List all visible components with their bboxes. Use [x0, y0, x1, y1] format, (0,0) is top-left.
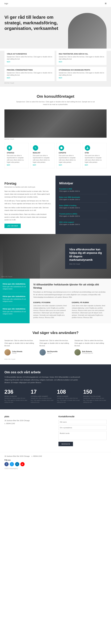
card-2-link[interactable]: MER	[7, 77, 52, 79]
card-2-body: Sample text. Click to select the text bo…	[7, 72, 52, 76]
tjanster-left-item-1: Klicka igen eller dubbelklicka Klicka ig…	[3, 296, 27, 305]
big-photo-caption: Bilder från Freepik	[1, 276, 12, 278]
om-card-3-link[interactable]: MER	[85, 164, 104, 166]
milstolpar-title: Milstolpar	[59, 182, 107, 185]
om-cards-grid: STRATEGI Duis aute irure dolor in repreh…	[4, 143, 107, 168]
card-2-title: PRISVÄRD, FÖRMÅNSPRISÄTTNING	[7, 69, 52, 71]
om-card-3-icon	[85, 145, 90, 150]
milestone-0-text: Click again or double click to	[59, 190, 107, 192]
contact-address: 18 Jackson Blvd Ste 1019 Chicago	[4, 419, 53, 422]
card-3-link[interactable]: MER	[59, 77, 104, 79]
hero-title: Vi ger råd till ledare om strategi, mark…	[4, 14, 65, 31]
milestone-1-text: Click again or double click to	[59, 198, 107, 200]
vad-sager-title: Vad säger våra användare?	[4, 331, 107, 335]
tjanster-left-2-body: Klicka igen eller dubbelklicka för att r…	[3, 310, 27, 315]
om-card-2-body: Duis aute irure dolor in reprehenderit i…	[59, 154, 78, 163]
om-card-0-link[interactable]: MER	[7, 164, 26, 166]
overlay-title: Våra affärskonsulter kan hjälpa dig att …	[69, 248, 103, 262]
contact-section: plats 18 Jackson Blvd Ste 1019 Chicago c…	[0, 410, 111, 452]
om-card-1-body: Duis aute irure dolor in reprehenderit i…	[33, 154, 52, 163]
card-1-link[interactable]: MER	[59, 61, 104, 63]
avatar-2	[74, 349, 81, 356]
testimonials-grid: Sample text. Click to select the text bo…	[4, 339, 107, 356]
tjanster-right-title: Vi tillhandahåller heltäckande tjänster …	[33, 283, 107, 290]
milestone-1-year: Raise over $3M downloads	[59, 196, 107, 198]
stat-1-label: UTFÖRSLAGER SOMERTSample text. Click to …	[31, 396, 54, 404]
tjanster-left-0-body: Klicka igen eller dubbelklicka för att r…	[3, 286, 27, 290]
om-card-3-body: Duis aute irure dolor in reprehenderit i…	[85, 154, 104, 163]
om-card-2-title: EXPERTIS	[59, 152, 78, 154]
card-0-body: Sample text. Click to select the text bo…	[7, 56, 52, 60]
contact-message-input[interactable]	[58, 431, 107, 440]
card-0-link[interactable]: MER	[7, 61, 52, 63]
foretag-left: Företag Elementum eu facilisis sed odio …	[0, 176, 56, 234]
result-icon	[34, 146, 37, 149]
logo: logo	[4, 2, 8, 4]
om-card-0: STRATEGI Duis aute irure dolor in repreh…	[4, 143, 29, 168]
stat-item-0: 236 NÖJDA KLIENTERSample text. Click to …	[4, 389, 28, 404]
big-photo-overlay: Våra affärskonsulter kan hjälpa dig att …	[65, 244, 107, 269]
social-facebook-icon[interactable]: f	[4, 462, 8, 466]
service-card-1: INGA TIDSFÖNSTER, BOKA NÄR DU VILL Sampl…	[56, 51, 107, 65]
contact-phone: c. 00044-2140	[4, 422, 53, 425]
las-mer-button[interactable]: LÄS OM MER	[4, 224, 21, 228]
om-card-2-link[interactable]: MER	[59, 164, 78, 166]
contact-name-input[interactable]	[58, 420, 107, 424]
footer-follow-title: Följ oss	[4, 459, 107, 461]
footer-phone-text: c. 00044-2140	[31, 455, 42, 457]
tjanster-left-0-title: Klicka igen eller dubbelklicka	[3, 283, 27, 285]
service-card-3: UTVÄRDERADE OCH GRANSKADE PROFFS Sample …	[56, 67, 107, 81]
milestone-4-year: 2021 niche support	[59, 221, 107, 223]
cards-photo-label: Bild från Freepik	[4, 82, 107, 84]
testimonial-0-person: Celia Almeda Karriär	[4, 349, 37, 356]
om-photo-label: Bild från Freepik	[4, 138, 107, 140]
foretag-body2: Ut at velit arcu. Fusce egestas sed temp…	[4, 200, 51, 205]
foretag-body1: Nam nec tellus a odio tincidunt auctor a…	[4, 190, 51, 198]
menu-icon[interactable]: ≡	[105, 2, 107, 5]
card-1-title: INGA TIDSFÖNSTER, BOKA NÄR DU VILL	[59, 53, 104, 55]
exempel-1-title: EXEMPEL PÅ RUBRIK	[72, 302, 107, 303]
tjanster-left: Klicka igen eller dubbelklicka Klicka ig…	[0, 278, 30, 323]
om-card-0-title: STRATEGI	[7, 152, 26, 154]
om-oss-section: Om oss och vårt arbete Vi tillhandahålle…	[0, 364, 111, 410]
stat-3-number: 150	[83, 389, 107, 394]
milestone-item-4: 2021 niche support Click again or double…	[59, 221, 107, 225]
testimonial-2: Sample text. Click to select the text bo…	[74, 339, 107, 356]
testimonial-0-title: Karriär	[12, 352, 22, 354]
stat-2-label: NÖJDA KUNDERSample text. Click to select…	[57, 396, 80, 404]
contact-submit-button[interactable]: SKICKA IN	[58, 442, 73, 446]
om-title: Om konsultföretaget	[4, 94, 107, 99]
big-photo-section: Våra affärskonsulter kan hjälpa dig att …	[0, 234, 111, 278]
social-linkedin-icon[interactable]: in	[15, 462, 19, 466]
om-card-0-body: Duis aute irure dolor in reprehenderit i…	[7, 154, 26, 163]
stat-3-label: PROJEKT SLUTSLUTADESample text. Click to…	[83, 396, 107, 404]
overlay-body: Bilder från Freepik	[69, 263, 103, 265]
om-section: Om konsultföretaget Sample text. Click t…	[0, 87, 111, 171]
testimonial-2-text: Sample text. Click to select the text bo…	[74, 339, 107, 347]
social-twitter-icon[interactable]: t	[10, 462, 14, 466]
om-card-1-icon	[33, 145, 38, 150]
exempel-col-0: EXEMPEL PÅ RUBRIK Justo donec enim diam …	[33, 302, 69, 319]
tjanster-left-1-body: Klicka igen eller dubbelklicka för att r…	[3, 298, 27, 302]
testimonial-2-name: Bob Roberts	[82, 350, 93, 352]
footer-address: 18 Jackson Blvd Ste 1019 Chicago c. 0004…	[4, 455, 107, 457]
exempel-0-body: Justo donec enim diam vulputate ut phare…	[33, 304, 69, 319]
foretag-subtitle: Elementum eu facilisis sed odio morbi qu…	[4, 186, 51, 188]
avatar-0	[4, 349, 11, 356]
foretag-title: Företag	[4, 182, 51, 186]
milestone-item-2: Raise $35M in funding Click again or dou…	[59, 204, 107, 211]
stat-2-number: 108	[57, 389, 80, 394]
strategy-icon	[8, 146, 11, 149]
avatar-1	[39, 349, 46, 356]
testimonial-1-title: Karriär	[47, 352, 58, 354]
exempel-grid: EXEMPEL PÅ RUBRIK Justo donec enim diam …	[33, 302, 107, 319]
milestone-3-year: Trusted partners (2021)	[59, 213, 107, 215]
contact-email-input[interactable]	[58, 426, 107, 430]
om-card-3-title: STÖD	[85, 152, 104, 154]
foretag-milstolpar-section: Företag Elementum eu facilisis sed odio …	[0, 176, 111, 234]
social-youtube-icon[interactable]: ▶	[20, 462, 24, 466]
contact-right-title: Kontaktformulär	[58, 415, 107, 418]
footer-follow: Följ oss f t in ▶ ©2022 Sidaankgivcy	[4, 459, 107, 470]
om-card-1-link[interactable]: MER	[33, 164, 52, 166]
testimonial-2-title: Försäljningschef	[82, 352, 93, 354]
